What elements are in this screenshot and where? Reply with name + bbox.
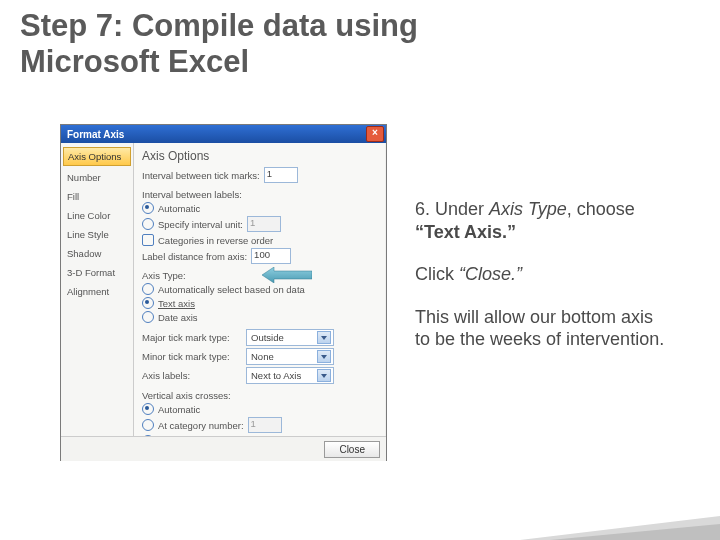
slide-title: Step 7: Compile data using Microsoft Exc… — [20, 8, 418, 79]
nav-line-style[interactable]: Line Style — [61, 225, 133, 244]
minor-tick-combo[interactable]: None — [246, 348, 334, 365]
nav-number[interactable]: Number — [61, 168, 133, 187]
svg-marker-4 — [520, 516, 720, 540]
axis-type-date-label: Date axis — [158, 312, 198, 323]
crosses-at-category-radio[interactable] — [142, 419, 154, 431]
axis-type-auto-label: Automatically select based on data — [158, 284, 305, 295]
major-tick-combo[interactable]: Outside — [246, 329, 334, 346]
axis-type-date-radio[interactable] — [142, 311, 154, 323]
axis-labels-combo[interactable]: Next to Axis — [246, 367, 334, 384]
reverse-order-label: Categories in reverse order — [158, 235, 273, 246]
label-distance-label: Label distance from axis: — [142, 251, 247, 262]
instr-2b: “Close.” — [459, 264, 522, 284]
pane-heading: Axis Options — [142, 149, 378, 163]
format-axis-dialog: Format Axis × Axis Options Number Fill L… — [60, 124, 387, 461]
svg-marker-1 — [321, 355, 327, 359]
interval-specify-radio[interactable] — [142, 218, 154, 230]
instruction-text: 6. Under Axis Type, choose “Text Axis.” … — [415, 198, 670, 371]
interval-labels-label: Interval between labels: — [142, 189, 378, 200]
dialog-body: Axis Options Number Fill Line Color Line… — [61, 143, 386, 436]
interval-automatic-radio[interactable] — [142, 202, 154, 214]
major-tick-label: Major tick mark type: — [142, 332, 242, 343]
window-close-button[interactable]: × — [366, 126, 384, 142]
interval-ticks-label: Interval between tick marks: — [142, 170, 260, 181]
interval-specify-label: Specify interval unit: — [158, 219, 243, 230]
nav-alignment[interactable]: Alignment — [61, 282, 133, 301]
nav-3d-format[interactable]: 3-D Format — [61, 263, 133, 282]
reverse-order-checkbox[interactable] — [142, 234, 154, 246]
svg-marker-5 — [550, 524, 720, 540]
svg-marker-0 — [321, 336, 327, 340]
chevron-down-icon — [317, 350, 331, 363]
nav-shadow[interactable]: Shadow — [61, 244, 133, 263]
title-line-2: Microsoft Excel — [20, 44, 249, 79]
instr-1c: , choose — [567, 199, 635, 219]
instr-1d: “Text Axis.” — [415, 222, 516, 242]
dialog-footer: Close — [61, 436, 386, 461]
instr-2a: Click — [415, 264, 459, 284]
minor-tick-value: None — [251, 351, 274, 362]
crosses-at-category-label: At category number: — [158, 420, 244, 431]
major-tick-value: Outside — [251, 332, 284, 343]
nav-line-color[interactable]: Line Color — [61, 206, 133, 225]
instr-1b: Axis Type — [489, 199, 567, 219]
dialog-nav: Axis Options Number Fill Line Color Line… — [61, 143, 133, 436]
axis-options-pane: Axis Options Interval between tick marks… — [133, 143, 386, 436]
interval-ticks-input[interactable]: 1 — [264, 167, 298, 183]
dialog-title: Format Axis — [67, 129, 124, 140]
interval-specify-input[interactable]: 1 — [247, 216, 281, 232]
axis-type-label: Axis Type: — [142, 270, 378, 281]
chevron-down-icon — [317, 369, 331, 382]
svg-marker-2 — [321, 374, 327, 378]
instr-3: This will allow our bottom axis to be th… — [415, 306, 670, 351]
chevron-down-icon — [317, 331, 331, 344]
crosses-auto-radio[interactable] — [142, 403, 154, 415]
dialog-titlebar: Format Axis × — [61, 125, 386, 143]
title-line-1: Step 7: Compile data using — [20, 8, 418, 43]
axis-type-auto-radio[interactable] — [142, 283, 154, 295]
crosses-at-max-radio[interactable] — [142, 435, 154, 436]
axis-type-text-radio[interactable] — [142, 297, 154, 309]
crosses-auto-label: Automatic — [158, 404, 200, 415]
axis-labels-value: Next to Axis — [251, 370, 301, 381]
crosses-at-category-input[interactable]: 1 — [248, 417, 282, 433]
decorative-wedge — [520, 510, 720, 540]
nav-fill[interactable]: Fill — [61, 187, 133, 206]
axis-type-text-label: Text axis — [158, 298, 195, 309]
minor-tick-label: Minor tick mark type: — [142, 351, 242, 362]
label-distance-input[interactable]: 100 — [251, 248, 291, 264]
interval-automatic-label: Automatic — [158, 203, 200, 214]
crosses-label: Vertical axis crosses: — [142, 390, 378, 401]
crosses-at-max-label: At maximum category — [158, 436, 250, 437]
nav-axis-options[interactable]: Axis Options — [63, 147, 131, 166]
close-button[interactable]: Close — [324, 441, 380, 458]
axis-labels-label: Axis labels: — [142, 370, 242, 381]
instr-1a: 6. Under — [415, 199, 489, 219]
